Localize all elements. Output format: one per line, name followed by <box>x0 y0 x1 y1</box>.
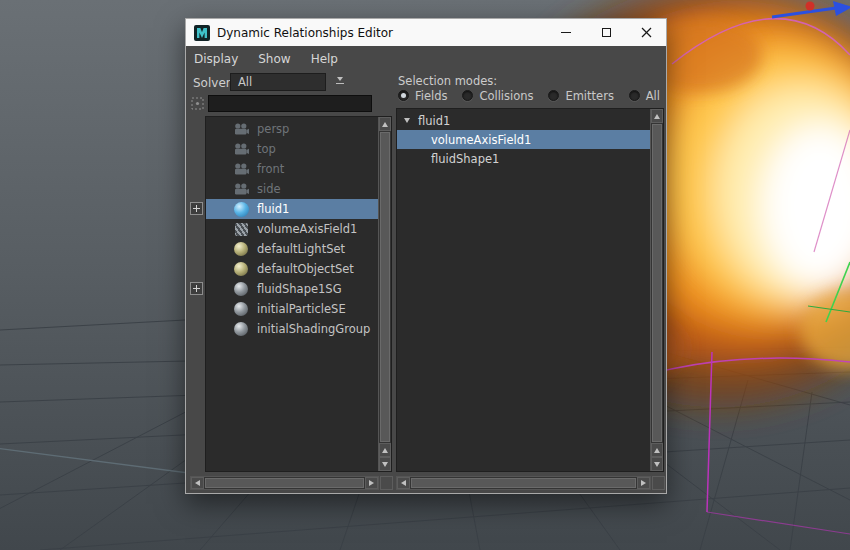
list-item-fluid1[interactable]: fluid1 <box>206 199 378 219</box>
shading-group-icon <box>233 282 249 296</box>
scroll-down-button[interactable] <box>379 457 391 471</box>
solver-label: Solver <box>193 76 231 90</box>
list-item-label: front <box>257 162 284 176</box>
list-item-defaultobjectset[interactable]: defaultObjectSet <box>206 259 378 279</box>
solver-dropdown-arrow[interactable] <box>334 77 346 89</box>
tree-root-label: fluid1 <box>418 114 450 128</box>
outliner-list: persp top front <box>206 117 378 471</box>
scroll-thumb[interactable] <box>205 478 364 488</box>
fluid-icon <box>233 202 249 216</box>
menu-show[interactable]: Show <box>258 52 290 66</box>
volume-axis-field-icon <box>233 222 249 236</box>
scroll-up-button-2[interactable] <box>379 443 391 457</box>
window-title: Dynamic Relationships Editor <box>217 26 546 40</box>
tree-item-label: volumeAxisField1 <box>431 133 531 147</box>
camera-icon <box>233 182 249 196</box>
scrollbar-corner <box>380 476 393 490</box>
maya-viewport[interactable]: Dynamic Relationships Editor Display Sho… <box>0 0 850 550</box>
list-item-label: initialParticleSE <box>257 302 346 316</box>
scroll-thumb[interactable] <box>380 132 390 442</box>
scroll-down-button[interactable] <box>651 457 663 471</box>
minimize-button[interactable] <box>546 19 586 46</box>
list-item-label: defaultObjectSet <box>257 262 354 276</box>
scroll-track[interactable] <box>651 123 663 443</box>
list-item-label: fluid1 <box>257 202 289 216</box>
close-icon <box>641 27 652 38</box>
arrow-up-icon <box>382 122 388 127</box>
mode-label: All <box>646 89 660 103</box>
list-item-label: volumeAxisField1 <box>257 222 357 236</box>
scroll-left-button[interactable] <box>397 477 410 489</box>
search-input[interactable] <box>208 95 372 112</box>
close-button[interactable] <box>626 19 666 46</box>
tree-item-volumeaxisfield1[interactable]: volumeAxisField1 <box>397 130 650 149</box>
menu-help[interactable]: Help <box>311 52 338 66</box>
list-item-top[interactable]: top <box>206 139 378 159</box>
list-item-initialshadinggroup[interactable]: initialShadingGroup <box>206 319 378 339</box>
list-item-initialparticlese[interactable]: initialParticleSE <box>206 299 378 319</box>
expand-fluidshape1sg-icon[interactable] <box>190 282 203 295</box>
window-titlebar[interactable]: Dynamic Relationships Editor <box>186 19 666 46</box>
tree-horizontal-scrollbar[interactable] <box>396 476 651 490</box>
list-item-volumeaxisfield1[interactable]: volumeAxisField1 <box>206 219 378 239</box>
tree-root-fluid1[interactable]: fluid1 <box>397 111 650 130</box>
outliner-horizontal-scrollbar[interactable] <box>190 476 379 490</box>
maximize-icon <box>602 28 611 37</box>
mode-label: Collisions <box>479 89 533 103</box>
radio-fields-icon[interactable] <box>398 90 409 101</box>
camera-icon <box>233 142 249 156</box>
tree-item-fluidshape1[interactable]: fluidShape1 <box>397 149 650 168</box>
manipulator-point[interactable] <box>806 2 815 11</box>
arrow-up-icon <box>654 448 660 453</box>
radio-emitters-icon[interactable] <box>548 90 559 101</box>
scroll-thumb[interactable] <box>411 478 636 488</box>
expand-fluid1-icon[interactable] <box>190 202 203 215</box>
menu-bar: Display Show Help <box>194 50 338 68</box>
mode-fields[interactable]: Fields <box>398 89 448 103</box>
list-item-side[interactable]: side <box>206 179 378 199</box>
list-item-front[interactable]: front <box>206 159 378 179</box>
mode-label: Fields <box>415 89 448 103</box>
scroll-thumb[interactable] <box>652 124 662 442</box>
scroll-right-button[interactable] <box>637 477 650 489</box>
editor-body: Display Show Help Solver All <box>186 46 666 493</box>
scroll-left-button[interactable] <box>191 477 204 489</box>
list-item-defaultlightset[interactable]: defaultLightSet <box>206 239 378 259</box>
arrow-left-icon <box>195 480 200 486</box>
scroll-up-button[interactable] <box>379 117 391 131</box>
maya-app-icon <box>194 25 210 41</box>
arrow-up-icon <box>382 448 388 453</box>
scroll-up-button-2[interactable] <box>651 443 663 457</box>
filter-button[interactable] <box>190 96 205 111</box>
list-item-fluidshape1sg[interactable]: fluidShape1SG <box>206 279 378 299</box>
list-item-label: fluidShape1SG <box>257 282 342 296</box>
scroll-track[interactable] <box>410 477 637 489</box>
list-item-persp[interactable]: persp <box>206 119 378 139</box>
scroll-track[interactable] <box>379 131 391 443</box>
relationship-tree: fluid1 volumeAxisField1 fluidShape1 <box>397 109 650 471</box>
outliner-vertical-scrollbar[interactable] <box>378 117 391 471</box>
arrow-left-icon <box>401 480 406 486</box>
radio-collisions-icon[interactable] <box>462 90 473 101</box>
menu-display[interactable]: Display <box>194 52 238 66</box>
set-sphere-icon <box>233 262 249 276</box>
outliner-panel: persp top front <box>205 116 392 472</box>
mode-emitters[interactable]: Emitters <box>548 89 613 103</box>
scroll-track[interactable] <box>204 477 365 489</box>
camera-icon <box>233 122 249 136</box>
collapse-triangle-icon[interactable] <box>404 118 410 123</box>
list-item-label: side <box>257 182 281 196</box>
mode-collisions[interactable]: Collisions <box>462 89 533 103</box>
list-item-label: initialShadingGroup <box>257 322 370 336</box>
arrow-right-icon <box>369 480 374 486</box>
scroll-up-button[interactable] <box>651 109 663 123</box>
tree-vertical-scrollbar[interactable] <box>650 109 663 471</box>
scroll-right-button[interactable] <box>365 477 378 489</box>
shading-group-icon <box>233 322 249 336</box>
radio-all-icon[interactable] <box>629 90 640 101</box>
solver-dropdown[interactable]: All <box>230 73 326 91</box>
arrow-down-icon <box>382 462 388 467</box>
maximize-button[interactable] <box>586 19 626 46</box>
mode-all[interactable]: All <box>629 89 660 103</box>
list-item-label: persp <box>257 122 289 136</box>
